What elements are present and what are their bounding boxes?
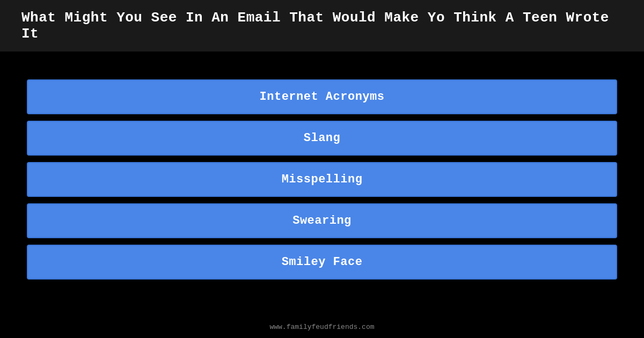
answer-row-3[interactable]: Misspelling — [27, 162, 617, 197]
answer-label-4: Swearing — [292, 214, 352, 227]
answer-row-5[interactable]: Smiley Face — [27, 245, 617, 280]
title-area: What Might You See In An Email That Woul… — [0, 0, 644, 52]
answer-row-1[interactable]: Internet Acronyms — [27, 79, 617, 114]
answer-label-1: Internet Acronyms — [260, 90, 385, 104]
answer-label-3: Misspelling — [282, 173, 363, 186]
answers-container: Internet Acronyms Slang Misspelling Swea… — [0, 52, 644, 318]
answer-row-2[interactable]: Slang — [27, 121, 617, 156]
answer-label-2: Slang — [304, 131, 341, 145]
page-title: What Might You See In An Email That Woul… — [21, 10, 609, 42]
answer-row-4[interactable]: Swearing — [27, 203, 617, 238]
footer-url: www.familyfeudfriends.com — [269, 323, 374, 331]
answer-label-5: Smiley Face — [282, 255, 363, 269]
footer: www.familyfeudfriends.com — [269, 318, 374, 338]
